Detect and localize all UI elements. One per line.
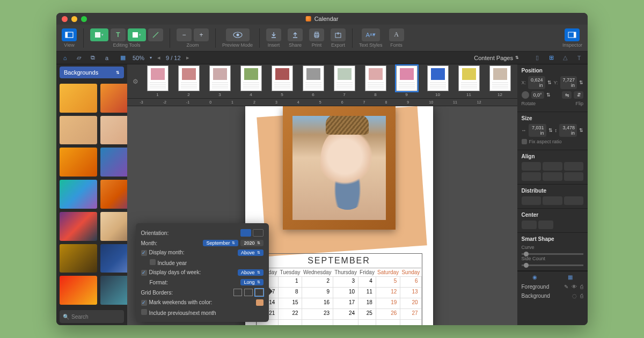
page-thumb[interactable]: 11 xyxy=(457,65,481,97)
include-adjacent-checkbox[interactable] xyxy=(141,309,147,315)
insp-doc-icon[interactable]: ▯ xyxy=(533,54,541,62)
format-select[interactable]: Long⇅ xyxy=(240,279,263,285)
orientation-toggle[interactable] xyxy=(240,229,264,237)
grid-border-toggle[interactable] xyxy=(233,289,264,296)
home-icon[interactable]: ⌂ xyxy=(61,54,69,62)
copy-icon[interactable]: ⧉ xyxy=(89,54,97,62)
background-thumb[interactable] xyxy=(60,244,97,273)
background-thumb[interactable] xyxy=(100,212,127,241)
insp-geom-icon[interactable]: ⊞ xyxy=(547,54,555,62)
fix-ratio-checkbox[interactable] xyxy=(522,139,527,144)
svg-rect-12 xyxy=(574,32,576,38)
subbar: ⌂ ▱ ⧉ a ▦ 50%▾ ◂ 9 / 12 ▸ Content Pages⇅… xyxy=(56,52,588,64)
pencil-icon[interactable]: ✎ xyxy=(564,284,568,290)
toolbar-text-styles[interactable]: AA▾Text Styles xyxy=(359,28,383,48)
print-icon[interactable]: ⎙ xyxy=(580,293,583,299)
curve-slider[interactable] xyxy=(522,253,584,255)
include-year-checkbox[interactable] xyxy=(150,259,156,265)
toolbar-inspector[interactable]: Inspector xyxy=(562,28,582,48)
photo xyxy=(292,116,386,220)
page-thumb[interactable]: 12 xyxy=(488,65,512,97)
minimize-icon[interactable] xyxy=(71,16,77,22)
layer-tab-globe[interactable]: ◉ xyxy=(517,271,553,282)
page-thumb[interactable]: 8 xyxy=(364,65,387,97)
text-icon[interactable]: a xyxy=(103,54,111,62)
rotate-dial[interactable] xyxy=(522,91,529,99)
toolbar-insert[interactable]: Insert xyxy=(266,28,281,48)
background-thumb[interactable] xyxy=(100,84,127,113)
page-thumb[interactable]: 9 xyxy=(395,65,419,97)
page-indicator: 9 / 12 xyxy=(166,55,181,61)
close-icon[interactable] xyxy=(62,16,68,22)
zoom-in-icon: + xyxy=(194,28,209,41)
calendar-grid[interactable]: SEPTEMBER MondayTuesdayWednesdayThursday… xyxy=(256,253,422,325)
display-dow-checkbox[interactable] xyxy=(141,270,147,276)
page-thumb[interactable]: 10 xyxy=(426,65,450,97)
distribute-buttons[interactable] xyxy=(522,196,584,205)
background-thumb[interactable] xyxy=(60,148,97,177)
page-thumb[interactable]: 4 xyxy=(239,65,263,97)
weekend-color-swatch[interactable] xyxy=(256,299,264,306)
background-thumb[interactable] xyxy=(60,276,97,305)
align-buttons[interactable] xyxy=(522,162,584,171)
align-buttons-v[interactable] xyxy=(522,172,584,181)
background-thumb[interactable] xyxy=(60,116,97,145)
background-thumb[interactable] xyxy=(60,212,97,241)
toolbar-preview[interactable]: Preview Mode xyxy=(222,28,253,48)
layer-background[interactable]: Background◌⎙ xyxy=(517,291,588,300)
toolbar-editing[interactable]: ▾ T ▾ Editing Tools xyxy=(90,28,163,48)
print-icon[interactable]: ⎙ xyxy=(580,284,583,290)
content-pages-button[interactable]: Content Pages⇅ xyxy=(474,55,519,61)
background-thumb[interactable] xyxy=(100,148,127,177)
photo-frame[interactable] xyxy=(283,106,396,230)
page-thumb[interactable]: 7 xyxy=(333,65,356,97)
background-thumb[interactable] xyxy=(100,276,127,305)
center-buttons[interactable] xyxy=(522,221,584,229)
toolbar-view[interactable]: View xyxy=(62,28,77,48)
eye-icon[interactable]: 👁 xyxy=(572,284,577,290)
toolbar-share[interactable]: Share xyxy=(288,28,303,48)
height-input[interactable]: 3,478 in xyxy=(559,124,577,137)
toolbar-zoom[interactable]: −+ Zoom xyxy=(177,28,209,48)
thumbs-icon[interactable]: ▦ xyxy=(119,54,127,62)
x-input[interactable]: 0,624 in xyxy=(528,76,545,89)
display-month-pos[interactable]: Above⇅ xyxy=(238,249,264,256)
layer-foreground[interactable]: Foreground✎👁⎙ xyxy=(517,282,588,291)
y-input[interactable]: 7,727 in xyxy=(560,76,577,89)
background-thumb[interactable] xyxy=(60,180,97,209)
display-month-checkbox[interactable] xyxy=(141,250,147,256)
sidebar-category[interactable]: Backgrounds⇅ xyxy=(60,67,124,78)
canvas[interactable]: SEPTEMBER MondayTuesdayWednesdayThursday… xyxy=(127,106,517,325)
gear-icon[interactable]: ⚙ xyxy=(133,78,138,85)
side-slider[interactable] xyxy=(522,264,584,266)
layer-tab-grid[interactable]: ▦ xyxy=(552,271,588,282)
page-thumb[interactable]: 2 xyxy=(177,65,201,97)
toolbar-export[interactable]: Export xyxy=(331,28,346,48)
maximize-icon[interactable] xyxy=(81,16,87,22)
background-thumb[interactable] xyxy=(60,84,97,113)
flip-v-button[interactable]: ⇵ xyxy=(574,91,583,99)
insp-text-icon[interactable]: T xyxy=(575,54,583,62)
background-thumb[interactable] xyxy=(100,116,127,145)
page-thumb[interactable]: 3 xyxy=(208,65,232,97)
background-thumb[interactable] xyxy=(100,180,127,209)
zoom-level[interactable]: 50% xyxy=(133,55,144,61)
dow-pos-select[interactable]: Above⇅ xyxy=(238,269,264,276)
page-thumb[interactable]: 5 xyxy=(270,65,294,97)
year-stepper[interactable]: 2020⇅ xyxy=(240,240,263,246)
width-input[interactable]: 7,031 in xyxy=(529,124,546,137)
eye-icon[interactable]: ◌ xyxy=(572,293,577,299)
image-icon[interactable]: ▱ xyxy=(75,54,83,62)
page-thumb[interactable]: 1 xyxy=(146,65,170,97)
toolbar-fonts[interactable]: AFonts xyxy=(389,28,404,48)
flip-h-button[interactable]: ⇋ xyxy=(562,91,572,99)
page[interactable]: SEPTEMBER MondayTuesdayWednesdayThursday… xyxy=(245,106,433,325)
month-select[interactable]: September⇅ xyxy=(203,240,238,246)
toolbar-print[interactable]: Print xyxy=(309,28,324,48)
search-input[interactable]: 🔍Search xyxy=(60,310,124,323)
rotate-input[interactable]: 0,0° xyxy=(531,91,544,99)
mark-weekends-checkbox[interactable] xyxy=(141,300,147,306)
insp-warn-icon[interactable]: △ xyxy=(561,54,569,62)
page-thumb[interactable]: 6 xyxy=(302,65,325,97)
background-thumb[interactable] xyxy=(100,244,127,273)
